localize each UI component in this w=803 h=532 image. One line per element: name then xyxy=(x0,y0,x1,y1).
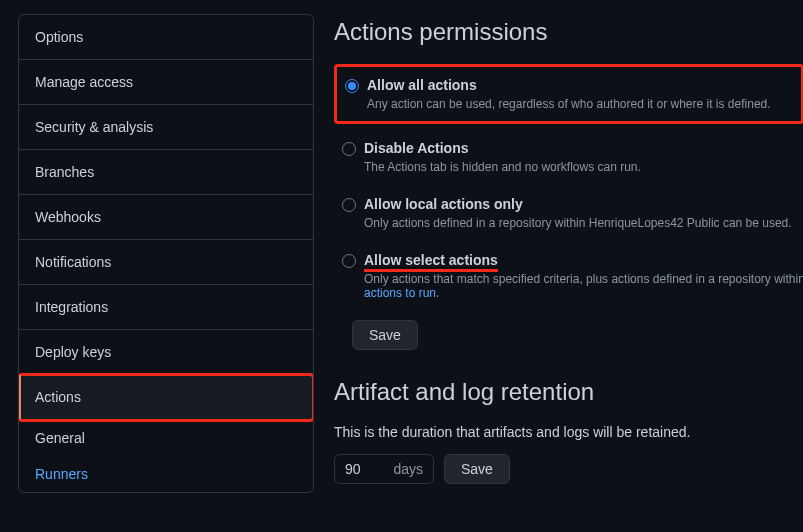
permissions-save-button[interactable]: Save xyxy=(352,320,418,350)
sidebar-item-options[interactable]: Options xyxy=(19,15,313,60)
sidebar-sub-general[interactable]: General xyxy=(19,420,313,456)
artifact-desc: This is the duration that artifacts and … xyxy=(334,424,803,440)
radio-disable[interactable]: Disable Actions The Actions tab is hidde… xyxy=(334,132,803,182)
retention-input-wrapper: days xyxy=(334,454,434,484)
sidebar-item-integrations[interactable]: Integrations xyxy=(19,285,313,330)
radio-desc-local-only: Only actions defined in a repository wit… xyxy=(364,216,792,230)
radio-label-local-only: Allow local actions only xyxy=(364,196,792,212)
sidebar-item-notifications[interactable]: Notifications xyxy=(19,240,313,285)
radio-icon[interactable] xyxy=(342,254,356,268)
sidebar-item-webhooks[interactable]: Webhooks xyxy=(19,195,313,240)
select-actions-link[interactable]: actions to run. xyxy=(364,286,439,300)
sidebar-sub-runners[interactable]: Runners xyxy=(19,456,313,492)
sidebar-item-actions[interactable]: Actions xyxy=(19,375,313,420)
artifact-section: Artifact and log retention This is the d… xyxy=(334,378,803,484)
radio-label-allow-all: Allow all actions xyxy=(367,77,771,93)
radio-desc-disable: The Actions tab is hidden and no workflo… xyxy=(364,160,641,174)
permissions-title: Actions permissions xyxy=(334,18,803,46)
sidebar-item-deploy-keys[interactable]: Deploy keys xyxy=(19,330,313,375)
retention-days-suffix: days xyxy=(393,461,423,477)
radio-icon[interactable] xyxy=(342,198,356,212)
radio-select-actions[interactable]: Allow select actions Only actions that m… xyxy=(334,244,803,308)
radio-desc-allow-all: Any action can be used, regardless of wh… xyxy=(367,97,771,111)
sidebar-item-security-analysis[interactable]: Security & analysis xyxy=(19,105,313,150)
artifact-save-button[interactable]: Save xyxy=(444,454,510,484)
radio-allow-all[interactable]: Allow all actions Any action can be used… xyxy=(334,64,803,124)
radio-desc-select-actions: Only actions that match specified criter… xyxy=(364,272,803,300)
retention-days-input[interactable] xyxy=(345,461,381,477)
settings-sidebar: Options Manage access Security & analysi… xyxy=(18,14,314,493)
main-content: Actions permissions Allow all actions An… xyxy=(314,0,803,532)
artifact-title: Artifact and log retention xyxy=(334,378,803,406)
sidebar-item-manage-access[interactable]: Manage access xyxy=(19,60,313,105)
radio-icon[interactable] xyxy=(345,79,359,93)
sidebar-item-branches[interactable]: Branches xyxy=(19,150,313,195)
radio-label-disable: Disable Actions xyxy=(364,140,641,156)
radio-label-select-actions: Allow select actions xyxy=(364,252,803,268)
permissions-radio-group: Allow all actions Any action can be used… xyxy=(334,64,803,308)
radio-local-only[interactable]: Allow local actions only Only actions de… xyxy=(334,188,803,238)
radio-icon[interactable] xyxy=(342,142,356,156)
